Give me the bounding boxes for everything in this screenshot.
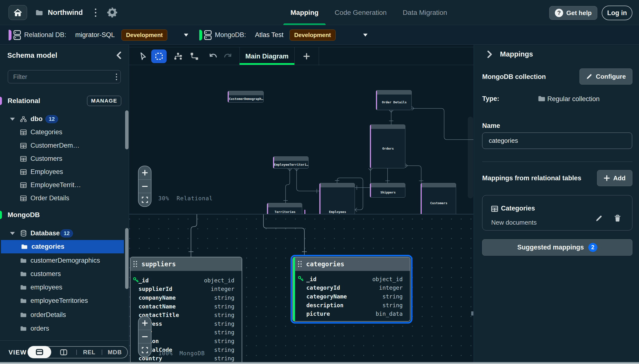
field-row[interactable]: contactName string	[131, 302, 242, 311]
relational-dropdown-caret-icon[interactable]	[184, 34, 188, 36]
diagram-table-orders[interactable]: Orders	[370, 124, 405, 168]
tree-row-table[interactable]: EmployeeTerrit…	[0, 178, 124, 192]
collection-row[interactable]: employeeTerritories	[0, 294, 124, 308]
collection-name-input[interactable]: categories	[482, 132, 632, 149]
field-row[interactable]: categoryId integer	[293, 284, 410, 292]
new-diagram-tab-button[interactable]	[294, 47, 319, 65]
zoom-out-button[interactable]	[139, 330, 151, 343]
database-expand-caret-icon[interactable]	[10, 232, 15, 235]
suggested-mappings-button[interactable]: Suggested mappings 2	[482, 239, 632, 256]
mongodb-diagram-pane[interactable]: suppliers _id object_id supplierId integ…	[129, 214, 473, 364]
collapse-sidebar-chevron-icon[interactable]	[116, 52, 121, 59]
view-split-vertical-button[interactable]	[51, 347, 76, 358]
auto-layout-tool-button[interactable]	[173, 47, 183, 65]
manage-button[interactable]: MANAGE	[87, 96, 121, 106]
select-tool-button[interactable]	[137, 47, 149, 65]
collection-row[interactable]: customers	[0, 267, 124, 281]
diagram-table-employees[interactable]: Employees	[319, 183, 355, 214]
zoom-in-button[interactable]	[139, 166, 151, 179]
field-row[interactable]: description string	[293, 301, 410, 310]
delete-mapping-trash-icon[interactable]	[613, 214, 622, 223]
view-split-horizontal-button-active[interactable]	[28, 346, 51, 358]
tree-row-dbo[interactable]: dbo 12	[0, 112, 124, 126]
drag-handle-icon[interactable]	[298, 261, 302, 267]
edit-mapping-pencil-icon[interactable]	[594, 214, 604, 223]
field-row[interactable]: picture bin_data	[293, 310, 410, 318]
field-row[interactable]: companyName string	[131, 293, 242, 302]
field-name: companyName	[139, 294, 176, 301]
collapse-panel-chevron-icon[interactable]	[487, 51, 492, 58]
view-mdb-button[interactable]: MDB	[102, 347, 127, 358]
mapping-subtitle: New documents	[491, 219, 537, 226]
zoom-fit-button[interactable]	[139, 344, 151, 357]
field-type: string	[214, 355, 234, 362]
collection-header[interactable]: categories	[293, 257, 410, 271]
schema-filter-input[interactable]	[13, 73, 116, 81]
field-type: string	[214, 329, 234, 336]
home-button[interactable]	[9, 5, 27, 20]
log-in-button[interactable]: Log in	[602, 6, 632, 20]
zoom-in-button[interactable]	[139, 316, 151, 330]
dbo-expand-caret-icon[interactable]	[10, 118, 15, 120]
add-mapping-button[interactable]: Add	[597, 170, 632, 186]
diagram-table-order-details[interactable]: Order Details	[376, 90, 412, 110]
mongodb-status-indicator	[199, 30, 202, 40]
diagram-table-customerdemographics[interactable]: CustomerDemograph…	[227, 91, 264, 102]
canvas-scrollbar-thumb[interactable]	[471, 311, 473, 316]
collection-row-categories-selected[interactable]: categories	[1, 240, 124, 254]
schema-filter-field[interactable]	[8, 70, 121, 83]
mongodb-dropdown-caret-icon[interactable]	[363, 34, 368, 36]
tree-row-table[interactable]: Employees	[0, 165, 124, 178]
sidebar-scrollbar-thumb[interactable]	[125, 110, 129, 149]
collection-row[interactable]: orders	[0, 322, 124, 335]
zoom-out-button[interactable]	[139, 180, 151, 193]
collection-header[interactable]: suppliers	[131, 257, 242, 271]
drag-handle-icon[interactable]	[133, 261, 137, 267]
collection-table-categories-selected[interactable]: categories _id object_id categoryId inte…	[292, 257, 411, 322]
tree-row-table[interactable]: CustomerDem…	[0, 139, 124, 152]
relational-db-label: Relational DB:	[24, 31, 66, 39]
project-menu-kebab-icon[interactable]	[93, 0, 99, 25]
tree-row-table[interactable]: Categories	[0, 126, 124, 139]
diagram-tab-main[interactable]: Main Diagram	[239, 47, 294, 65]
type-label: Type:	[482, 95, 499, 102]
collection-row[interactable]: employees	[0, 281, 124, 294]
collection-label: categories	[32, 243, 64, 250]
add-relationship-tool-button[interactable]	[189, 47, 199, 65]
diagram-table-shippers[interactable]: Shippers	[370, 183, 405, 198]
canvas-scrollbar-track[interactable]	[468, 117, 473, 198]
sidebar-scrollbar-thumb[interactable]	[125, 228, 129, 289]
tree-row-table[interactable]: Order Details	[0, 192, 124, 205]
zoom-fit-button[interactable]	[139, 193, 151, 206]
mapping-table-name: Categories	[501, 205, 535, 212]
tab-mapping[interactable]: Mapping	[282, 0, 327, 25]
filter-options-kebab-icon[interactable]	[116, 74, 117, 80]
view-switcher: VIEW REL MDB	[0, 340, 129, 364]
field-row[interactable]: supplierId integer	[131, 285, 242, 294]
field-row[interactable]: _id object_id	[131, 276, 242, 285]
tree-row-database[interactable]: Database 12	[0, 226, 124, 240]
configure-button[interactable]: Configure	[579, 68, 632, 84]
field-row[interactable]: _id object_id	[293, 275, 410, 284]
marquee-select-tool-button-active[interactable]	[151, 50, 167, 63]
diagram-table-employeeterritories[interactable]: EmployeeTerritori…	[273, 156, 308, 168]
relational-section-header: Relational MANAGE	[0, 94, 129, 108]
collection-row[interactable]: orderDetails	[0, 308, 124, 322]
diagram-table-territories[interactable]: Territories	[267, 203, 302, 214]
name-label: Name	[482, 122, 500, 130]
mapping-card-categories[interactable]: Categories New documents	[482, 195, 632, 230]
relational-diagram-pane[interactable]: CustomerDemograph… Order Details Orders …	[129, 65, 473, 214]
tree-row-table[interactable]: Customers	[0, 152, 124, 166]
database-label: Database	[31, 230, 60, 237]
tab-code-generation[interactable]: Code Generation	[327, 0, 395, 25]
redo-button[interactable]	[222, 47, 233, 65]
get-help-button[interactable]: ? Get help	[549, 6, 597, 20]
field-row[interactable]: categoryName string	[293, 292, 410, 301]
tab-data-migration[interactable]: Data Migration	[395, 0, 455, 25]
table-icon	[20, 182, 27, 188]
diagram-table-customers[interactable]: Customers	[421, 183, 456, 214]
view-rel-button[interactable]: REL	[77, 347, 102, 358]
settings-gear-icon[interactable]	[107, 7, 118, 18]
collection-row[interactable]: customerDemographics	[0, 254, 124, 267]
undo-button[interactable]	[208, 47, 219, 65]
